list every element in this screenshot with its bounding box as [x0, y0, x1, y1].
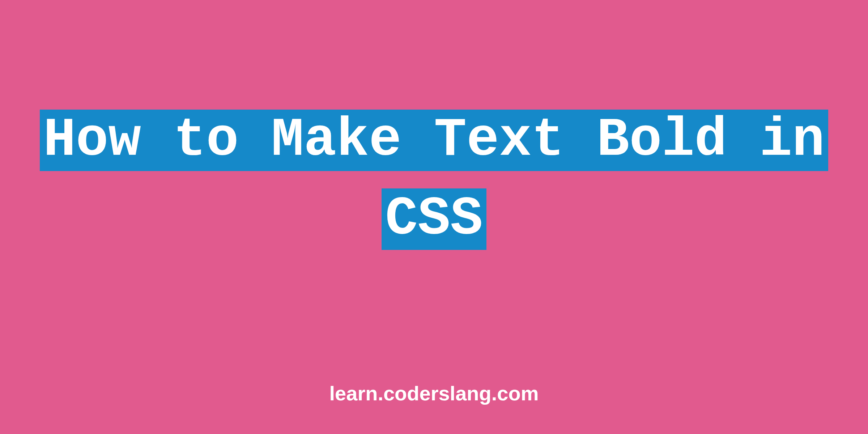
title-text: How to Make Text Bold in CSS	[40, 110, 828, 250]
page-title: How to Make Text Bold in CSS	[0, 101, 868, 259]
footer-url: learn.coderslang.com	[329, 382, 539, 405]
